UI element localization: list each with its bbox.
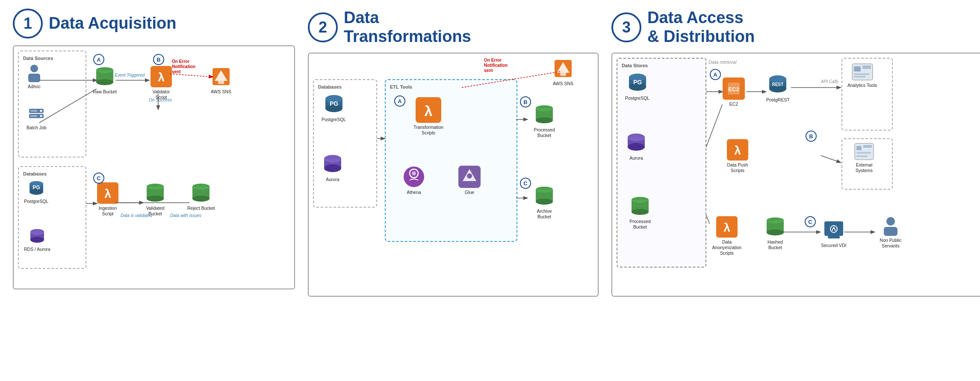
ec2-label: EC2 (729, 101, 738, 107)
archive-bucket-label: Archive Bucket (529, 208, 559, 219)
data-sources-box: Data Sources Adhoc (18, 51, 86, 158)
svg-point-70 (536, 199, 553, 205)
ingestion-script-group: λ Ingestion Script (93, 182, 123, 216)
event-triggered-label: Event Triggered (115, 73, 145, 77)
postgresql-label-2: PostgreSQL (322, 117, 346, 122)
reject-bucket-label: Reject Bucket (187, 205, 215, 211)
postgresql-icon-2: PG (323, 93, 345, 115)
hashed-bucket-icon (765, 216, 786, 238)
lambda-transform-icon: λ (416, 97, 441, 123)
validated-bucket-icon (145, 182, 166, 204)
secured-vdi-label: Secured VDI (821, 243, 847, 248)
section-2-diagram: AWS SNS On ErrorNotificationsent Databas… (308, 53, 599, 297)
svg-point-114 (767, 217, 784, 223)
svg-point-66 (536, 117, 553, 123)
svg-point-5 (40, 115, 42, 117)
processed-bucket-label-3: Processed Bucket (625, 219, 655, 229)
svg-rect-116 (828, 236, 840, 238)
raw-bucket-group: Raw Bucket (93, 66, 117, 95)
athena-icon-group: Athena (403, 166, 425, 195)
reject-bucket-group: Reject Bucket (187, 182, 215, 211)
section-3-title: Data Access& Distribution (647, 9, 755, 46)
svg-rect-106 (856, 155, 868, 157)
svg-point-35 (192, 184, 210, 190)
person-icon-3 (882, 216, 899, 236)
svg-point-24 (30, 237, 44, 243)
section-1-header: 1 Data Acquisition (13, 9, 176, 39)
svg-point-30 (147, 196, 164, 202)
databases-box-1: Databases PG PostgreSQL (18, 166, 86, 269)
ec2-icon-group: EC2 EC2 (723, 77, 745, 107)
data-anon-scripts-label: Data Anonymization Scripts (710, 239, 744, 256)
svg-point-118 (886, 217, 895, 226)
svg-point-71 (536, 187, 553, 193)
processed-bucket-icon (534, 104, 555, 125)
badge-b-section1: B (153, 54, 164, 65)
svg-point-63 (467, 173, 472, 179)
data-push-scripts-group: λ Data Push Scripts (723, 139, 753, 173)
data-validated-label: Data is validated (121, 213, 152, 218)
databases-label-2: Databases (318, 84, 372, 89)
aws-sns-label-1: AWS SNS (211, 89, 231, 95)
aurora-icon-group-2: Aurora (322, 153, 344, 182)
svg-rect-7 (30, 115, 37, 117)
data-retrieval-label: Data retrieval (708, 60, 736, 65)
aws-sns-group-2: AWS SNS (552, 58, 574, 86)
analytics-tools-label: Analytics Tools (847, 83, 877, 88)
svg-point-88 (632, 197, 649, 203)
svg-point-10 (96, 79, 113, 85)
data-push-scripts-label: Data Push Scripts (723, 162, 753, 173)
aws-sns-icon-2 (552, 58, 574, 79)
svg-point-11 (96, 67, 113, 73)
databases-label-1: Databases (23, 171, 81, 176)
data-stores-label: Data Stores (622, 63, 701, 68)
hashed-bucket-label: Hashed Bucket (760, 239, 790, 250)
data-sources-label: Data Sources (23, 56, 81, 61)
transformation-scripts-group: λ Transformation Scripts (411, 97, 446, 135)
svg-text:λ: λ (723, 221, 730, 234)
reject-bucket-icon (190, 182, 212, 204)
on-error-label-1: On ErrorNotificationsent (172, 59, 195, 74)
postgresql-label-3: PostgreSQL (625, 95, 649, 101)
svg-text:PG: PG (329, 100, 338, 107)
svg-line-121 (706, 105, 723, 147)
section-3-diagram: Data Stores PG PostgreSQL (611, 53, 980, 297)
archive-bucket-group: Archive Bucket (529, 185, 559, 219)
ingestion-lambda-icon: λ (97, 182, 118, 204)
svg-rect-115 (824, 221, 843, 236)
postgrest-icon-group: REST PostgREST (766, 73, 790, 103)
glue-icon (458, 166, 481, 188)
svg-rect-98 (854, 66, 861, 71)
aws-sns-group-1: AWS SNS (210, 66, 232, 95)
rds-icon (28, 227, 46, 245)
svg-rect-6 (30, 110, 37, 112)
etl-tools-box: ETL Tools A λ Transformation Scripts (385, 79, 517, 242)
aurora-icon-3 (625, 131, 647, 154)
glue-icon-group: Glue (458, 166, 481, 195)
external-systems-icon (854, 143, 874, 161)
postgresql-icon-group-2: PG PostgreSQL (322, 93, 346, 122)
analytics-tools-icon (851, 63, 874, 81)
section-2-number: 2 (308, 12, 338, 42)
aurora-icon-group-3: Aurora (625, 131, 647, 161)
svg-line-122 (706, 215, 710, 224)
postgresql-icon-group-1: PG PostgreSQL (24, 179, 48, 204)
section-3-number: 3 (611, 12, 641, 42)
ec2-icon: EC2 (723, 77, 745, 100)
processed-bucket-icon-3 (629, 196, 651, 217)
badge-a-section1: A (93, 54, 104, 65)
svg-text:λ: λ (425, 103, 433, 119)
raw-bucket-label: Raw Bucket (93, 89, 117, 95)
svg-rect-105 (856, 152, 871, 154)
postgrest-label: PostgREST (766, 97, 790, 103)
svg-rect-119 (884, 227, 897, 236)
svg-rect-46 (560, 73, 566, 76)
non-public-servants-group: Non Public Servants (876, 216, 906, 248)
section-2-wrapper: 2 DataTransformations AWS SNS On ErrorNo… (308, 9, 599, 297)
api-calls-label: API Calls (821, 79, 838, 84)
raw-bucket-icon (94, 66, 115, 87)
section-3-wrapper: 3 Data Access& Distribution Data Stores … (611, 9, 980, 297)
badge-b-section3: B (806, 131, 817, 142)
svg-rect-103 (856, 146, 862, 150)
svg-rect-16 (218, 81, 224, 84)
